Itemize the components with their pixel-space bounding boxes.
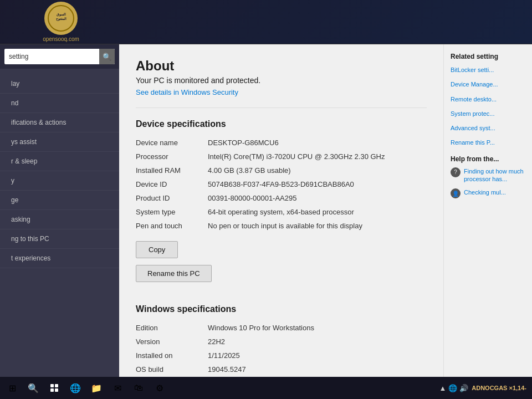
ram-value: 4.00 GB (3.87 GB usable) [208, 163, 427, 177]
pen-touch-label: Pen and touch [136, 219, 208, 233]
related-link-device-manager[interactable]: Device Manage... [451, 80, 525, 88]
sidebar-item-connecting[interactable]: ng to this PC [0, 229, 119, 249]
help-item-2: 👤 Checking mul... [451, 188, 525, 198]
explorer-icon[interactable]: 📁 [87, 378, 106, 397]
help-text-1[interactable]: Finding out how much processor has... [464, 167, 525, 183]
processor-value: Intel(R) Core(TM) i3-7020U CPU @ 2.30GHz… [208, 150, 427, 163]
settings-icon[interactable]: ⚙ [150, 378, 169, 397]
sidebar-item-experiences[interactable]: t experiences [0, 249, 119, 268]
related-link-bitlocker[interactable]: BitLocker setti... [451, 66, 525, 74]
installed-on-value: 1/11/2025 [208, 349, 427, 362]
windows-specs-table: Edition Windows 10 Pro for Workstations … [136, 321, 427, 377]
device-specs-title: Device specifications [136, 119, 427, 129]
table-row: OS build 19045.5247 [136, 362, 427, 376]
sidebar-nav: lay nd ifications & actions ys assist r … [0, 69, 119, 377]
sidebar-item-lay[interactable]: lay [0, 74, 119, 94]
sidebar-item-ge[interactable]: ge [0, 191, 119, 210]
edition-label: Edition [136, 321, 208, 335]
svg-rect-4 [55, 384, 58, 387]
edge-icon[interactable]: 🌐 [66, 378, 85, 397]
table-row: Product ID 00391-80000-00001-AA295 [136, 191, 427, 205]
table-row: System type 64-bit operating system, x64… [136, 205, 427, 219]
svg-rect-6 [55, 388, 58, 392]
related-link-system-protection[interactable]: System protec... [451, 110, 525, 117]
table-row: Installed on 1/11/2025 [136, 349, 427, 362]
content-area: About Your PC is monitored and protected… [119, 44, 443, 377]
help-icon-1: ? [451, 167, 461, 177]
help-item-1: ? Finding out how much processor has... [451, 167, 525, 183]
svg-text:السوق: السوق [57, 13, 66, 17]
sidebar: 🔍 lay nd ifications & actions ys assist … [0, 44, 119, 377]
sidebar-item-asking[interactable]: asking [0, 210, 119, 229]
help-icon-2: 👤 [451, 188, 461, 198]
table-row: Device name DESKTOP-G86MCU6 [136, 136, 427, 150]
table-row: Device ID 5074B638-F037-4FA9-B523-D691CB… [136, 177, 427, 191]
related-settings-title: Related setting [451, 53, 525, 60]
security-link[interactable]: See details in Windows Security [136, 88, 427, 96]
sidebar-item-y[interactable]: y [0, 171, 119, 191]
help-title: Help from the... [451, 155, 525, 163]
device-id-value: 5074B638-F037-4FA9-B523-D691CBAB86A0 [208, 177, 427, 191]
top-bar: السوق المفتوح opensooq.com [0, 0, 532, 44]
device-name-label: Device name [136, 136, 208, 150]
device-id-label: Device ID [136, 177, 208, 191]
sidebar-item-assist[interactable]: ys assist [0, 132, 119, 152]
start-button[interactable]: ⊞ [3, 378, 22, 397]
related-link-advanced-system[interactable]: Advanced syst... [451, 124, 525, 132]
system-tray: ▲ 🌐 🔊 [439, 384, 468, 392]
table-row: Processor Intel(R) Core(TM) i3-7020U CPU… [136, 150, 427, 163]
search-input[interactable] [4, 50, 99, 63]
search-button[interactable]: 🔍 [99, 49, 115, 64]
search-bar: 🔍 [0, 44, 119, 69]
os-build-label: OS build [136, 362, 208, 376]
pen-touch-value: No pen or touch input is available for t… [208, 219, 427, 233]
processor-label: Processor [136, 150, 208, 163]
product-id-value: 00391-80000-00001-AA295 [208, 191, 427, 205]
version-value: 22H2 [208, 335, 427, 349]
task-view-button[interactable] [45, 378, 64, 397]
about-title: About [136, 58, 427, 74]
svg-rect-5 [50, 388, 54, 392]
taskbar-right: ▲ 🌐 🔊 ADNOCGAS ×1,14- [439, 384, 529, 392]
product-id-label: Product ID [136, 191, 208, 205]
sidebar-item-nd[interactable]: nd [0, 94, 119, 113]
system-type-value: 64-bit operating system, x64-based proce… [208, 205, 427, 219]
table-row: Pen and touch No pen or touch input is a… [136, 219, 427, 233]
device-name-value: DESKTOP-G86MCU6 [208, 136, 427, 150]
taskbar: ⊞ 🔍 🌐 📁 ✉ 🛍 ⚙ ▲ 🌐 🔊 ADNOCGAS ×1,14- [0, 377, 532, 399]
windows-specs-title: Windows specifications [136, 304, 427, 314]
ram-label: Installed RAM [136, 163, 208, 177]
logo-text: opensooq.com [43, 36, 79, 42]
svg-text:المفتوح: المفتوح [56, 17, 66, 21]
installed-on-label: Installed on [136, 349, 208, 362]
version-label: Version [136, 335, 208, 349]
right-panel: Related setting BitLocker setti... Devic… [443, 44, 532, 377]
specs-table: Device name DESKTOP-G86MCU6 Processor In… [136, 136, 427, 233]
security-status: Your PC is monitored and protected. [136, 76, 427, 85]
related-link-rename-pc[interactable]: Rename this P... [451, 139, 525, 146]
system-type-label: System type [136, 205, 208, 219]
edition-value: Windows 10 Pro for Workstations [208, 321, 427, 335]
os-build-value: 19045.5247 [208, 362, 427, 376]
tray-icons: ▲ [439, 384, 446, 392]
sidebar-item-notifications[interactable]: ifications & actions [0, 113, 119, 132]
table-row: Installed RAM 4.00 GB (3.87 GB usable) [136, 163, 427, 177]
mail-icon[interactable]: ✉ [108, 378, 127, 397]
search-taskbar-button[interactable]: 🔍 [24, 378, 43, 397]
logo-area: السوق المفتوح opensooq.com [6, 2, 116, 42]
wifi-icon: 🌐 [448, 384, 457, 392]
help-text-2[interactable]: Checking mul... [464, 188, 506, 196]
store-icon[interactable]: 🛍 [129, 378, 148, 397]
logo-circle: السوق المفتوح [44, 2, 78, 35]
taskbar-brand: ADNOCGAS ×1,14- [472, 385, 526, 391]
main-area: 🔍 lay nd ifications & actions ys assist … [0, 44, 532, 377]
table-row: Version 22H2 [136, 335, 427, 349]
volume-icon: 🔊 [459, 384, 468, 392]
related-link-remote-desktop[interactable]: Remote deskto... [451, 95, 525, 103]
svg-rect-3 [50, 384, 54, 387]
copy-button[interactable]: Copy [136, 241, 178, 258]
table-row: Edition Windows 10 Pro for Workstations [136, 321, 427, 335]
sidebar-item-sleep[interactable]: r & sleep [0, 152, 119, 171]
rename-pc-button[interactable]: Rename this PC [136, 265, 212, 282]
